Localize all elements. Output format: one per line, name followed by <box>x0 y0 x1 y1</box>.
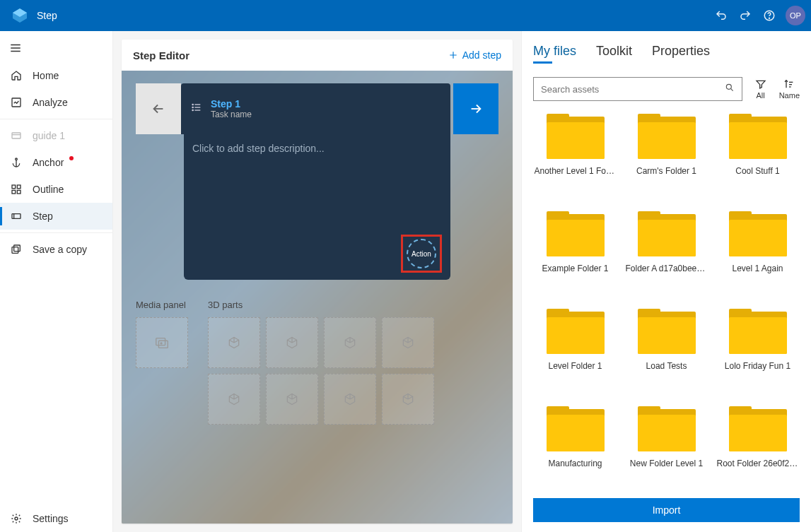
folder-label: Example Folder 1 <box>542 264 608 273</box>
outline-icon <box>10 183 23 196</box>
svg-point-27 <box>192 104 193 105</box>
3d-part-slot[interactable] <box>208 317 260 368</box>
next-step-button[interactable] <box>453 83 498 134</box>
nav-guide-label: guide 1 <box>33 130 65 141</box>
alert-dot-icon <box>69 156 74 160</box>
nav-step[interactable]: Step <box>0 203 112 230</box>
svg-point-20 <box>15 517 18 520</box>
3d-parts-label: 3D parts <box>208 300 434 310</box>
3d-part-slot[interactable] <box>266 374 318 425</box>
folder-item[interactable]: New Folder Level 1 <box>624 406 708 490</box>
folder-icon <box>729 309 787 354</box>
folder-item[interactable]: Load Tests <box>624 309 708 392</box>
nav-analyze-label: Analyze <box>33 97 68 108</box>
3d-part-slot[interactable] <box>382 317 434 368</box>
media-slot[interactable] <box>136 317 188 368</box>
right-tabs: My files Toolkit Properties <box>533 41 800 70</box>
folder-label: Load Tests <box>646 361 687 371</box>
svg-rect-19 <box>12 247 18 254</box>
main-area: Step Editor Add step Step 1 Task name <box>113 31 521 532</box>
3d-part-slot[interactable] <box>266 317 318 368</box>
step-header: Step 1 Task name <box>181 83 450 134</box>
folder-label: Root Folder 26e0f22… <box>717 459 799 468</box>
import-button[interactable]: Import <box>533 498 800 522</box>
nav-step-label: Step <box>33 211 53 222</box>
step-body: Click to add step description... Action <box>184 133 450 280</box>
filter-button[interactable]: All <box>755 78 766 100</box>
nav-analyze[interactable]: Analyze <box>0 89 112 116</box>
window-title: Step <box>37 10 709 21</box>
step-description-input[interactable]: Click to add step description... <box>187 143 448 154</box>
step-title[interactable]: Step 1 <box>211 98 252 110</box>
folder-item[interactable]: Level 1 Again <box>716 211 800 295</box>
folder-item[interactable]: Manufacturing <box>533 406 617 490</box>
folder-item[interactable]: Root Folder 26e0f22… <box>716 406 800 490</box>
nav-guide[interactable]: guide 1 <box>0 122 112 149</box>
folder-item[interactable]: Folder A d17a0bee-d… <box>624 211 708 295</box>
folder-item[interactable]: Example Folder 1 <box>533 211 617 295</box>
help-button[interactable] <box>757 4 781 28</box>
filter-label: All <box>757 91 765 100</box>
3d-part-slot[interactable] <box>324 317 376 368</box>
nav-home[interactable]: Home <box>0 62 112 89</box>
folder-label: Level 1 Again <box>732 264 783 273</box>
prev-step-button[interactable] <box>136 83 181 134</box>
3d-part-slot[interactable] <box>208 374 260 425</box>
folder-item[interactable]: Cool Stuff 1 <box>716 114 800 197</box>
redo-button[interactable] <box>733 4 757 28</box>
hamburger-button[interactable] <box>0 34 31 62</box>
nav-settings[interactable]: Settings <box>0 505 112 532</box>
nav-save-copy-label: Save a copy <box>33 244 87 255</box>
editor-title: Step Editor <box>133 49 448 61</box>
svg-rect-32 <box>158 341 168 348</box>
svg-rect-16 <box>12 214 21 219</box>
right-panel: My files Toolkit Properties All Name Ano… <box>521 31 811 532</box>
tab-toolkit[interactable]: Toolkit <box>596 44 632 63</box>
tab-properties[interactable]: Properties <box>652 44 710 63</box>
step-icon <box>10 210 23 223</box>
search-box[interactable] <box>533 77 742 101</box>
undo-button[interactable] <box>709 4 733 28</box>
folder-item[interactable]: Another Level 1 Folder <box>533 114 617 197</box>
svg-point-3 <box>769 18 770 18</box>
left-sidebar: Home Analyze guide 1 Anchor Outline Step… <box>0 31 113 532</box>
3d-parts-panel: 3D parts <box>208 300 434 425</box>
user-avatar[interactable]: OP <box>786 6 805 25</box>
3d-part-slot[interactable] <box>324 374 376 425</box>
folder-icon <box>638 114 696 159</box>
svg-marker-36 <box>757 81 765 88</box>
action-highlight: Action <box>401 235 442 273</box>
nav-home-label: Home <box>33 70 59 81</box>
folder-item[interactable]: Level Folder 1 <box>533 309 617 392</box>
action-button[interactable]: Action <box>407 239 436 268</box>
editor-header: Step Editor Add step <box>122 40 513 71</box>
folder-item[interactable]: Carm's Folder 1 <box>624 114 708 197</box>
nav-separator <box>0 232 112 233</box>
folder-label: Manufacturing <box>548 459 602 468</box>
folder-icon <box>547 309 605 354</box>
folder-icon <box>547 114 605 159</box>
nav-outline[interactable]: Outline <box>0 176 112 203</box>
folder-label: Another Level 1 Folder <box>535 166 617 176</box>
editor-canvas: Step 1 Task name Click to add step descr… <box>122 71 513 524</box>
search-input[interactable] <box>541 84 725 95</box>
svg-point-33 <box>161 343 162 344</box>
folder-icon <box>547 406 605 451</box>
svg-rect-8 <box>12 133 21 138</box>
folder-icon <box>547 211 605 256</box>
nav-anchor[interactable]: Anchor <box>0 149 112 176</box>
folder-item[interactable]: Lolo Friday Fun 1 <box>716 309 800 392</box>
tab-my-files[interactable]: My files <box>533 44 576 63</box>
3d-part-slot[interactable] <box>382 374 434 425</box>
folder-label: Folder A d17a0bee-d… <box>626 264 708 273</box>
folder-icon <box>729 211 787 256</box>
analyze-icon <box>10 96 23 109</box>
add-step-button[interactable]: Add step <box>448 49 501 61</box>
action-label: Action <box>412 250 431 258</box>
sort-button[interactable]: Name <box>779 78 800 100</box>
nav-anchor-label: Anchor <box>33 157 64 168</box>
titlebar: Step OP <box>0 0 811 31</box>
folder-label: Lolo Friday Fun 1 <box>725 361 790 371</box>
nav-save-copy[interactable]: Save a copy <box>0 236 112 263</box>
svg-point-10 <box>16 158 18 160</box>
